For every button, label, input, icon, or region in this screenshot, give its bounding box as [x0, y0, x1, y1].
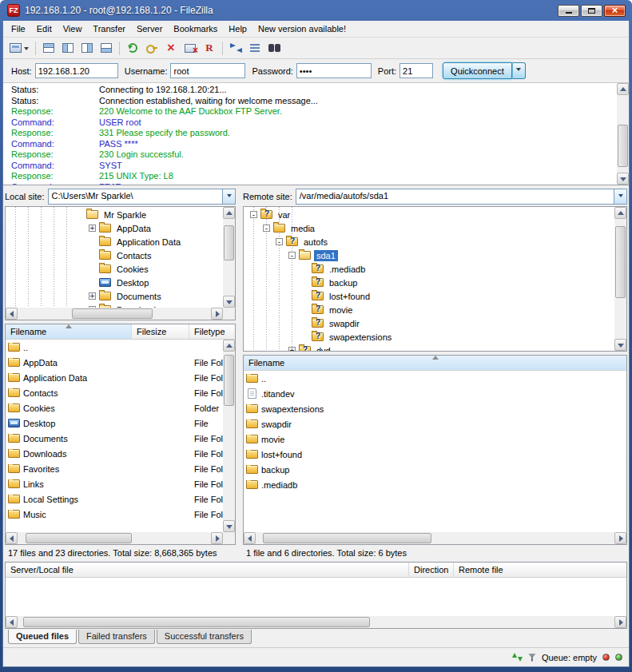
tree-item[interactable]: Contacts: [6, 249, 223, 262]
tree-item[interactable]: Mr Sparkle: [6, 208, 223, 221]
scroll-up-button[interactable]: [617, 83, 629, 95]
tree-item[interactable]: swapextensions: [244, 330, 614, 344]
tree-item[interactable]: - var: [244, 208, 614, 221]
tree-item[interactable]: Application Data: [6, 235, 223, 249]
menu-item[interactable]: Server: [131, 22, 168, 35]
scrollbar-thumb[interactable]: [23, 617, 369, 627]
tree-item-label[interactable]: var: [276, 209, 292, 221]
scrollbar-thumb[interactable]: [72, 308, 153, 319]
tree-item-label[interactable]: .mediadb: [327, 264, 368, 275]
scroll-up-button[interactable]: [614, 207, 626, 219]
tree-item-label[interactable]: backup: [327, 277, 360, 288]
file-row[interactable]: swapextensions: [244, 401, 626, 416]
menu-item[interactable]: New version available!: [252, 22, 352, 35]
tree-item[interactable]: - media: [244, 221, 614, 235]
tree-item-label[interactable]: Desktop: [114, 277, 151, 288]
tree-item[interactable]: backup: [244, 276, 614, 289]
file-row[interactable]: Links File Folder: [6, 476, 223, 491]
toggle-remote-tree-button[interactable]: [78, 39, 97, 57]
tree-expander[interactable]: +: [89, 225, 96, 232]
tree-item-label[interactable]: swapextensions: [327, 332, 394, 343]
filter-icon[interactable]: [528, 654, 536, 662]
scroll-down-button[interactable]: [223, 520, 235, 532]
minimize-button[interactable]: [558, 5, 579, 17]
scrollbar-track[interactable]: [256, 532, 614, 544]
tree-item[interactable]: - autofs: [244, 235, 614, 249]
scroll-left-button[interactable]: [6, 616, 18, 628]
tree-item[interactable]: swapdir: [244, 316, 614, 330]
quickconnect-dropdown-button[interactable]: [512, 62, 526, 79]
column-header-filename[interactable]: Filename: [244, 356, 626, 370]
local-list-hscrollbar[interactable]: [6, 532, 223, 544]
scrollbar-thumb[interactable]: [618, 125, 628, 167]
file-row[interactable]: Documents File Folder: [6, 431, 223, 446]
column-header-filetype[interactable]: Filetype: [189, 324, 235, 339]
tree-item[interactable]: + dvd: [244, 344, 614, 351]
menu-item[interactable]: Help: [223, 22, 252, 35]
cancel-button[interactable]: [161, 39, 181, 57]
reconnect-button[interactable]: [200, 39, 219, 57]
host-input[interactable]: [35, 63, 118, 78]
tree-expander[interactable]: +: [89, 292, 96, 300]
file-row[interactable]: Downloads File Folder: [6, 446, 223, 461]
local-site-path[interactable]: C:\Users\Mr Sparkle\: [49, 189, 222, 204]
toggle-queue-button[interactable]: [97, 39, 116, 57]
scrollbar-track[interactable]: [617, 95, 629, 173]
queue-hscrollbar[interactable]: [6, 616, 626, 628]
find-files-button[interactable]: [264, 39, 284, 57]
scrollbar-track[interactable]: [18, 308, 211, 320]
scrollbar-thumb[interactable]: [26, 533, 132, 543]
scrollbar-thumb[interactable]: [224, 225, 234, 260]
file-row[interactable]: Contacts File Folder: [6, 385, 223, 400]
toggle-local-tree-button[interactable]: [58, 39, 78, 57]
scroll-down-button[interactable]: [223, 296, 235, 308]
file-row[interactable]: movie: [244, 431, 626, 447]
tree-item-label[interactable]: AppData: [114, 223, 153, 234]
toggle-message-log-button[interactable]: [39, 39, 58, 57]
scrollbar-thumb[interactable]: [615, 226, 626, 298]
scrollbar-thumb[interactable]: [224, 355, 234, 405]
close-button[interactable]: [604, 5, 626, 17]
column-header-filesize[interactable]: Filesize: [132, 324, 189, 339]
menu-item[interactable]: File: [6, 22, 31, 35]
remote-site-dropdown-button[interactable]: [614, 189, 626, 204]
tree-item-label[interactable]: swapdir: [327, 318, 362, 329]
remote-list-hscrollbar[interactable]: [244, 532, 626, 544]
disconnect-button[interactable]: [181, 39, 200, 57]
tree-item-label[interactable]: Cookies: [114, 264, 151, 275]
tab[interactable]: Failed transfers: [78, 630, 155, 644]
scroll-left-button[interactable]: [6, 532, 18, 544]
file-row[interactable]: Favorites File Folder: [6, 461, 223, 476]
tree-item[interactable]: Cookies: [6, 262, 223, 276]
tree-item[interactable]: + AppData: [6, 221, 223, 235]
tree-expander[interactable]: -: [250, 211, 257, 218]
tree-item-label[interactable]: dvd: [314, 345, 333, 352]
scroll-right-button[interactable]: [614, 532, 626, 544]
column-header-filename[interactable]: Filename: [6, 324, 132, 339]
tree-item[interactable]: .mediadb: [244, 262, 614, 276]
scrollbar-track[interactable]: [18, 532, 211, 544]
tree-item[interactable]: movie: [244, 303, 614, 316]
scroll-left-button[interactable]: [6, 308, 18, 320]
file-row[interactable]: ..: [6, 340, 223, 355]
local-tree-hscrollbar[interactable]: [6, 308, 223, 320]
tab[interactable]: Queued files: [8, 630, 77, 644]
sync-browsing-button[interactable]: [245, 39, 264, 57]
menu-item[interactable]: Transfer: [87, 22, 131, 35]
tree-item-label[interactable]: media: [288, 223, 317, 234]
port-input[interactable]: [399, 63, 433, 78]
directory-comparison-button[interactable]: [226, 39, 245, 57]
column-header-remote-file[interactable]: Remote file: [454, 563, 626, 577]
local-site-dropdown-button[interactable]: [222, 189, 235, 204]
tree-item-label[interactable]: autofs: [301, 237, 330, 248]
scrollbar-track[interactable]: [18, 616, 614, 628]
maximize-button[interactable]: [581, 5, 602, 17]
titlebar[interactable]: FZ 192.168.1.20 - root@192.168.1.20 - Fi…: [2, 0, 630, 21]
scroll-down-button[interactable]: [617, 173, 629, 185]
tree-expander[interactable]: -: [276, 238, 283, 245]
menu-item[interactable]: Bookmarks: [168, 22, 223, 35]
speed-limits-icon[interactable]: [512, 653, 523, 662]
file-row[interactable]: Application Data File Folder: [6, 370, 223, 385]
scrollbar-track[interactable]: [223, 219, 235, 296]
tree-item[interactable]: Desktop: [6, 276, 223, 289]
